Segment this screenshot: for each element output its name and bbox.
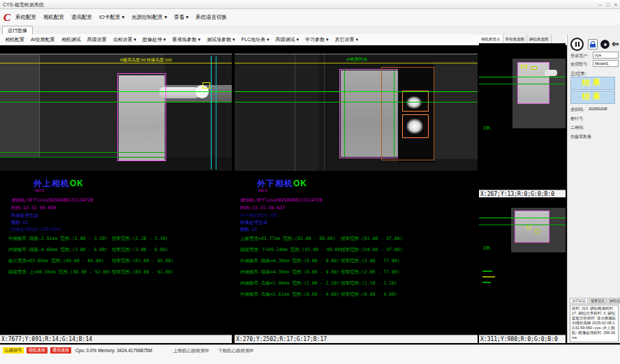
tool-plc-address[interactable]: PLC地址表 ▾ (242, 36, 270, 43)
sub-label-lower: NG:0 (258, 188, 267, 192)
neg-tab-count-label: 负极耳数量: (570, 134, 593, 140)
thumb2-roi (515, 211, 549, 243)
status-ok: OK (293, 179, 307, 188)
alarm-range: 报警范围:(3.00 - 6.00) (112, 247, 168, 253)
process-done-upper: 图像处理完成 (11, 213, 38, 219)
tool-learning-params[interactable]: 学习参数 ▾ (305, 36, 328, 43)
measure-line-cyan-1 (211, 56, 212, 169)
measure-line-green-4 (0, 157, 165, 158)
menu-system-config[interactable]: 系统配置 (15, 14, 36, 21)
lower-camera-heartbeat: 下相机心跳检测中 (218, 348, 254, 354)
login-user-field[interactable]: cys (593, 52, 619, 59)
menu-light-config[interactable]: 光源控制配置 ▾ (131, 14, 167, 21)
title-bar: CYS-视觉检测系统 (0, 0, 620, 9)
thumb2-ok-text: OK (483, 245, 490, 250)
vcode-value: 20250208 (589, 107, 607, 111)
alarm-range: 报警范围:(2.00 - 77.00) (341, 269, 400, 275)
log-tab-defect[interactable]: 缺陷信息 (607, 298, 620, 304)
measurement-row: 隔膜宽度-上=90.56mm 范围:(88.00 - 92.00) (8, 269, 111, 275)
camera-view-lower[interactable]: AI检测区域 外下相机OK NG:0 虚拟码:OFfline2025020813… (235, 45, 478, 343)
alarm-range: 报警范围:(2.20 - 3.30) (112, 236, 168, 242)
vcode-label: 虚拟码: (570, 107, 584, 113)
tool-image-processing[interactable]: 图像处理 ▾ (142, 36, 165, 43)
measure-line-green-v1 (344, 70, 345, 157)
status-bar: 心跳信号 相机连接 通讯连接 Cpu: 0.0% Memory: 3424.41… (0, 344, 620, 364)
measure-line-green-1 (0, 91, 232, 92)
camera-lens-button[interactable] (600, 40, 610, 49)
result-box-1: 结果 (570, 77, 615, 90)
tool-test-params[interactable]: 测试项参数 ▾ (207, 36, 235, 43)
lock-button[interactable] (588, 39, 598, 50)
alarm-range: 报警范围:(2.00 - 77.00) (341, 258, 400, 264)
tab-all-angles[interactable]: 所有角度图 (503, 35, 528, 43)
minimize-icon[interactable]: – (599, 2, 602, 7)
log-tab-alarm[interactable]: 报警信息 (589, 298, 607, 304)
turns-upper: 圈数: 13 (11, 220, 28, 226)
tab-camera-display[interactable]: 相机图显示 (479, 35, 503, 43)
thumb1-coord-readout: X:267;Y:13;R:0;G:0;B:0 (479, 190, 566, 197)
maximize-icon[interactable]: □ (607, 2, 610, 7)
close-icon[interactable]: × (614, 2, 617, 7)
app-logo-icon: C (3, 10, 10, 24)
log-textbox[interactable]: 耗时: 222, 缺陷检测耗时: 17, 缺陷分类耗时: 0, 缺陷提取分区耗时… (570, 305, 619, 342)
roi-rect-magenta (117, 73, 166, 161)
measurement-row: 外侧极耳-负极=2.61mm 范围:(0.60 - 4.00) (240, 291, 339, 298)
tool-ai-config[interactable]: AI使用配置 (31, 36, 55, 43)
thumb2-tick (482, 276, 495, 278)
tab-defect-angles[interactable]: 缺陷角度图 (527, 35, 552, 43)
tool-spotcheck-settings[interactable]: 点检设置 ▾ (113, 36, 136, 43)
back-arrow-icon: ⇦ (612, 39, 619, 49)
menu-bar: C 系统配置 相机配置 通讯配置 IO卡配置 ▾ 光源控制配置 ▾ 查看 ▾ 系… (0, 9, 620, 26)
alarm-range: 报警范围:(0.60 - 4.00) (341, 291, 397, 298)
measurement-row: 外侧极耳-隔膜:2.91mm 范围:(2.00 - 3.50) (8, 236, 108, 242)
thumbnail-column: 相机图显示 所有角度图 缺陷角度图 OK X:267;Y:13;R:0;G:0;… (479, 34, 566, 343)
machine-frame (235, 54, 318, 171)
thumbnail-view-2[interactable]: OK (479, 198, 566, 335)
measurement-row: 隔膜宽度-下=95.24mm 范围:(93.00 - 98.00) (240, 247, 343, 253)
pause-button[interactable] (570, 38, 584, 51)
tool-baseline-params[interactable]: 基准线参数 ▾ (172, 36, 200, 43)
thumbnail-tabs: 相机图显示 所有角度图 缺陷角度图 (479, 34, 566, 44)
machine-edge (39, 54, 40, 171)
thumb2-line-2 (479, 225, 566, 225)
thumb1-line-2 (479, 84, 566, 84)
qr-code-label: 二维码: (570, 125, 584, 131)
measure-line-cyan-2 (216, 56, 216, 169)
side-panel: ⇦ 登录用户: cys 使用型号: Model1 总结果: 结果 结果 虚拟码:… (567, 34, 620, 343)
pause-icon (575, 42, 577, 47)
sub-label-upper: NG:0 (35, 188, 44, 192)
pin-number-label: 卷针号: (570, 116, 584, 122)
menu-io-config[interactable]: IO卡配置 ▾ (99, 14, 124, 21)
measure-line-green-3 (0, 152, 165, 153)
machine-dark-area (165, 54, 232, 171)
measurement-row: 内侧极耳-隔膜=4.38mm 范围:(0.00 - 9.00) (240, 269, 339, 275)
measure-line-green-1 (235, 91, 478, 92)
thumb1-ok-text: OK (483, 126, 490, 130)
tool-other-settings[interactable]: 其它设置 ▾ (335, 36, 358, 43)
menu-comm-config[interactable]: 通讯配置 (71, 14, 92, 21)
machine-block (433, 61, 478, 159)
tool-camera-config[interactable]: 相机配置 (5, 36, 24, 43)
upper-camera-heartbeat: 上相机心跳检测中 (173, 348, 209, 354)
log-tab-run[interactable]: 运行日志 (570, 298, 588, 304)
menu-view[interactable]: 查看 ▾ (174, 14, 189, 21)
window-title: CYS-视觉检测系统 (3, 2, 44, 7)
measure-line-green-2 (0, 102, 232, 103)
tool-advanced-settings[interactable]: 高级设置 (87, 36, 107, 43)
camera-view-upper[interactable]: N极耳高度:93 绝缘高度:100 外上相机OK NG:0 虚拟码:OFflin… (0, 45, 232, 343)
barcode-lower: 虚拟码:OFfline20250208133134728 (240, 197, 322, 204)
machine-frame (0, 54, 39, 171)
model-label: 使用型号: (570, 61, 589, 68)
measurement-row: 外侧极耳-隔膜=4.38mm 范围:(0.00 - 9.00) (240, 258, 339, 264)
thumbnail-view-1[interactable]: OK (479, 43, 566, 190)
tool-camera-debug[interactable]: 相机调试 (61, 36, 81, 43)
pixel-coord-readout-lower: X:270;Y:2502;R:17;G:17;B:17 (235, 335, 478, 343)
exit-button[interactable]: ⇦ (612, 39, 619, 49)
thumb2-tick (482, 271, 492, 272)
model-field[interactable]: Model1 (593, 60, 619, 67)
menu-language-switch[interactable]: 系统语言切换 (195, 14, 227, 21)
tool-advanced-debug[interactable]: 高级调试 ▾ (276, 36, 299, 43)
menu-camera-config[interactable]: 相机配置 (43, 14, 64, 21)
measurement-row: 内侧极耳-隔膜:4.60mm 范围:(3.00 - 6.00) (8, 247, 108, 253)
login-user-label: 登录用户: (570, 53, 589, 59)
